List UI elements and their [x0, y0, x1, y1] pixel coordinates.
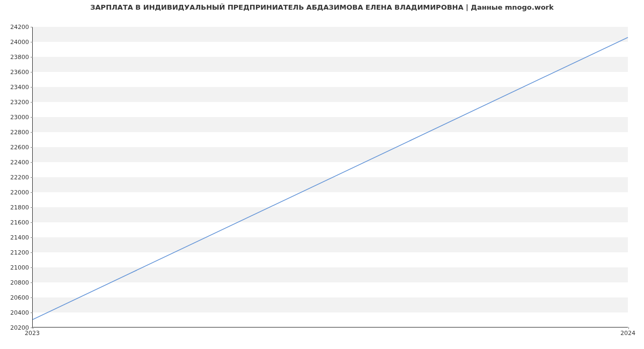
y-tick-label: 24200: [10, 24, 29, 31]
x-tick-label: 2023: [25, 330, 40, 337]
y-tick: [31, 72, 33, 73]
y-tick: [31, 267, 33, 268]
y-tick: [31, 237, 33, 238]
line-series: [33, 27, 628, 327]
y-tick: [31, 222, 33, 223]
y-tick-label: 22800: [10, 129, 29, 136]
y-tick-label: 22600: [10, 144, 29, 151]
y-tick: [31, 252, 33, 253]
y-tick: [31, 87, 33, 88]
x-tick: [33, 327, 34, 329]
y-tick: [31, 42, 33, 43]
y-tick-label: 20600: [10, 294, 29, 301]
y-tick-label: 23000: [10, 114, 29, 121]
y-tick: [31, 192, 33, 193]
y-tick: [31, 312, 33, 314]
salary-line-chart: ЗАРПЛАТА В ИНДИВИДУАЛЬНЫЙ ПРЕДПРИНИАТЕЛЬ…: [0, 0, 644, 349]
y-tick: [31, 282, 33, 283]
y-tick-label: 22000: [10, 189, 29, 196]
y-tick-label: 21000: [10, 264, 29, 271]
x-tick-label: 2024: [620, 330, 635, 337]
y-tick-label: 21200: [10, 249, 29, 256]
plot-area: [32, 27, 628, 328]
y-tick-label: 23200: [10, 99, 29, 106]
y-tick-label: 23400: [10, 84, 29, 91]
y-tick: [31, 27, 33, 28]
y-tick-label: 24000: [10, 39, 29, 46]
y-tick-label: 23600: [10, 69, 29, 76]
y-tick-label: 21400: [10, 234, 29, 241]
y-tick-label: 23800: [10, 54, 29, 61]
y-tick: [31, 132, 33, 133]
y-tick-label: 21800: [10, 204, 29, 211]
y-tick: [31, 177, 33, 178]
y-tick: [31, 57, 33, 58]
y-tick-label: 21600: [10, 219, 29, 226]
y-tick: [31, 147, 33, 148]
y-tick: [31, 297, 33, 299]
chart-title: ЗАРПЛАТА В ИНДИВИДУАЛЬНЫЙ ПРЕДПРИНИАТЕЛЬ…: [0, 3, 644, 11]
y-tick-label: 22400: [10, 159, 29, 166]
y-tick: [31, 162, 33, 163]
y-tick-label: 22200: [10, 174, 29, 181]
y-tick: [31, 102, 33, 103]
y-tick: [31, 117, 33, 118]
y-tick-label: 20400: [10, 309, 29, 316]
y-tick-label: 20800: [10, 279, 29, 286]
y-tick: [31, 207, 33, 208]
x-tick: [628, 327, 630, 329]
